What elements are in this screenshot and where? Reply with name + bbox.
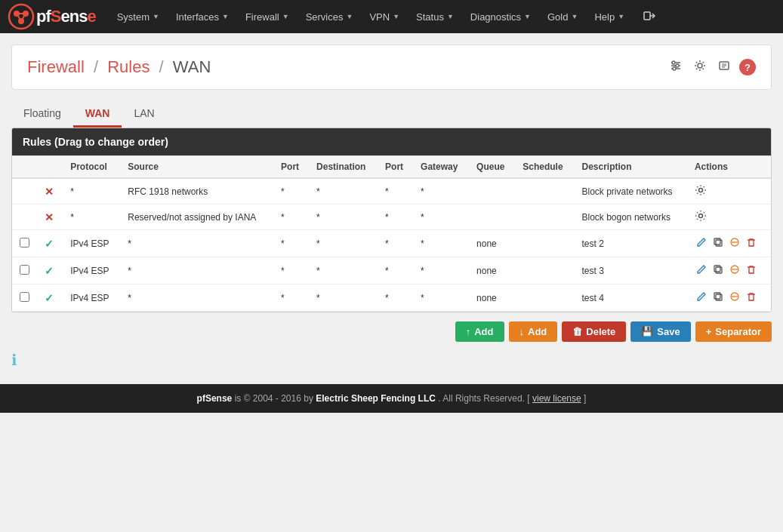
col-port-src: Port (273, 156, 309, 179)
tabs: Floating WAN LAN (11, 101, 772, 128)
disable-button[interactable] (728, 235, 741, 251)
nav-services[interactable]: Services ▼ (298, 7, 361, 27)
destination-cell: * (309, 230, 378, 257)
nav-vpn[interactable]: VPN ▼ (362, 7, 407, 27)
disable-button[interactable] (728, 263, 741, 278)
gear-action-icon[interactable] (695, 186, 707, 198)
svg-rect-22 (716, 240, 722, 246)
delete-row-button[interactable] (744, 290, 758, 306)
svg-point-20 (698, 189, 702, 192)
separator-button[interactable]: + Separator (695, 321, 772, 342)
svg-rect-26 (716, 267, 722, 273)
actions-cell (687, 257, 771, 284)
source-cell: * (120, 257, 273, 284)
delete-row-button[interactable] (744, 263, 758, 278)
breadcrumb-rules[interactable]: Rules (107, 57, 150, 76)
row-checkbox[interactable] (20, 238, 29, 248)
help-icon[interactable]: ? (739, 59, 756, 75)
svg-rect-7 (644, 12, 650, 20)
brand-logo[interactable]: pfSense (8, 3, 96, 30)
gear-action-icon[interactable] (695, 211, 707, 224)
table-row: ✕*RFC 1918 networks****Block private net… (12, 178, 771, 204)
table-row: ✕*Reserved/not assigned by IANA****Block… (12, 204, 771, 230)
sliders-icon[interactable] (667, 57, 685, 78)
row-checkbox[interactable] (20, 292, 29, 302)
edit-button[interactable] (695, 235, 708, 251)
nav-firewall[interactable]: Firewall ▼ (238, 7, 297, 27)
footer-license-link[interactable]: view license (532, 393, 581, 404)
enabled-icon[interactable]: ✓ (45, 292, 54, 304)
port-src-cell: * (273, 178, 309, 204)
info-section: ℹ (11, 351, 772, 369)
svg-rect-27 (714, 266, 720, 272)
add-top-button[interactable]: ↑ Add (455, 321, 504, 342)
tab-wan[interactable]: WAN (73, 101, 122, 128)
gateway-cell: * (413, 178, 469, 204)
queue-cell (469, 204, 515, 230)
row-checkbox[interactable] (20, 265, 29, 275)
protocol-cell: * (63, 178, 120, 204)
breadcrumb-sep1: / (94, 57, 98, 76)
delete-icon: 🗑 (572, 326, 582, 337)
nav-system[interactable]: System ▼ (109, 7, 167, 27)
save-button[interactable]: 💾 Save (630, 321, 690, 342)
port-src-cell: * (273, 230, 309, 257)
col-actions: Actions (687, 156, 771, 179)
table-header-row: Protocol Source Port Destination Port Ga… (12, 156, 771, 179)
copy-button[interactable] (711, 263, 725, 278)
row-action-buttons (695, 263, 763, 278)
footer-text: pfSense is © 2004 - 2016 by Electric She… (197, 393, 587, 404)
port-dst-cell: * (378, 178, 413, 204)
tab-floating[interactable]: Floating (11, 101, 73, 128)
svg-point-0 (9, 5, 33, 29)
edit-button[interactable] (695, 263, 708, 278)
gateway-cell: * (413, 284, 469, 312)
breadcrumb-sep2: / (159, 57, 164, 76)
gateway-cell: * (413, 257, 469, 284)
actions-cell (687, 204, 771, 230)
col-source: Source (120, 156, 273, 179)
header-icons: ? (667, 57, 756, 78)
enabled-icon[interactable]: ✓ (45, 238, 54, 250)
tab-lan[interactable]: LAN (122, 101, 166, 128)
gear-icon[interactable] (691, 57, 709, 78)
disable-button[interactable] (728, 290, 741, 306)
info-icon[interactable]: ℹ (11, 352, 17, 368)
disabled-icon[interactable]: ✕ (45, 186, 54, 198)
table-header: Rules (Drag to change order) (12, 128, 771, 155)
footer: pfSense is © 2004 - 2016 by Electric She… (0, 384, 783, 413)
nav-interfaces[interactable]: Interfaces ▼ (168, 7, 236, 27)
copy-button[interactable] (711, 235, 725, 251)
port-dst-cell: * (378, 230, 413, 257)
page-header: Firewall / Rules / WAN (11, 45, 772, 90)
protocol-cell: * (63, 204, 120, 230)
svg-point-14 (673, 67, 676, 70)
nav-system-caret: ▼ (153, 13, 159, 20)
queue-cell (469, 178, 515, 204)
port-src-cell: * (273, 257, 309, 284)
nav-help[interactable]: Help ▼ (587, 7, 632, 27)
copy-button[interactable] (711, 290, 725, 306)
source-cell: * (120, 230, 273, 257)
delete-button[interactable]: 🗑 Delete (562, 321, 626, 342)
add-bottom-button[interactable]: ↓ Add (509, 321, 558, 342)
nav-diagnostics[interactable]: Diagnostics ▼ (463, 7, 538, 27)
delete-row-button[interactable] (744, 235, 758, 251)
breadcrumb-firewall[interactable]: Firewall (27, 57, 85, 76)
brand-name: pfSense (36, 7, 96, 26)
save-icon: 💾 (641, 326, 653, 337)
nav-firewall-caret: ▼ (282, 13, 289, 20)
actions-cell (687, 284, 771, 312)
enabled-icon[interactable]: ✓ (45, 265, 54, 277)
nav-gold[interactable]: Gold ▼ (540, 7, 585, 27)
edit-button[interactable] (695, 290, 708, 306)
disabled-icon[interactable]: ✕ (45, 211, 54, 223)
description-cell: test 4 (575, 284, 687, 312)
destination-cell: * (309, 204, 378, 230)
list-icon[interactable] (715, 57, 733, 78)
nav-status[interactable]: Status ▼ (408, 7, 461, 27)
col-destination: Destination (309, 156, 378, 179)
queue-cell: none (469, 257, 515, 284)
actions-cell (687, 230, 771, 257)
logout-button[interactable] (637, 5, 662, 29)
